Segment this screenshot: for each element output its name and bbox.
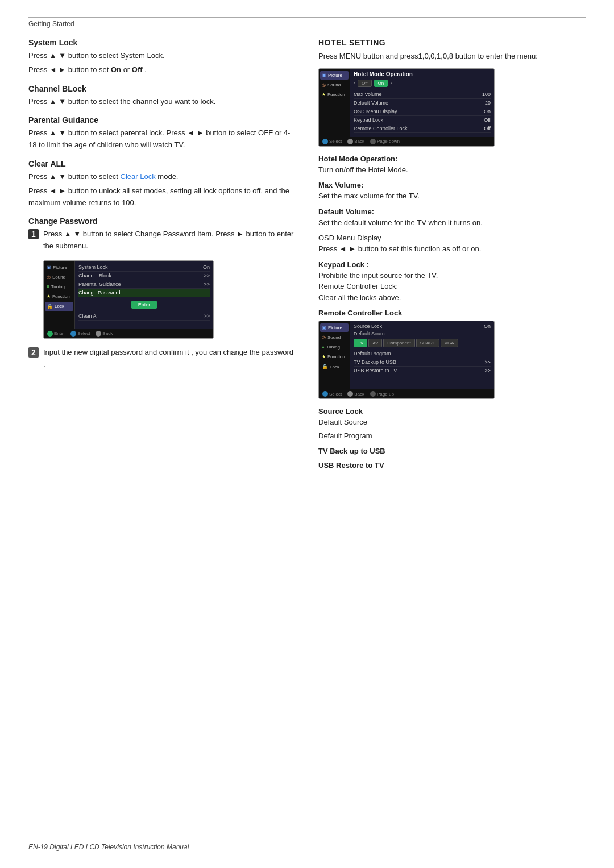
tv-hotel-chevron-left: ‹ <box>354 80 355 86</box>
tv-lock-footer: Enter Select Back <box>44 329 213 338</box>
tv-hotel-sidebar-sound: ◎ Sound <box>320 81 349 89</box>
tv-source-tab-scart[interactable]: SCART <box>416 339 439 347</box>
tv-sidebar-lock: 🔒 Lock <box>45 302 73 311</box>
tv-hotel-row-remote: Remote Controller Lock Off <box>354 124 491 133</box>
tv-source-tab-av[interactable]: AV <box>368 339 382 347</box>
tv-source-lock-label: Source Lock <box>354 323 382 329</box>
tv-source-sidebar-function: ★ Function <box>320 352 349 361</box>
tv-hotel-footer-back: Back <box>347 139 364 144</box>
tv-lock-row-changepass: Change Password <box>78 289 210 297</box>
tv-hotel-footer-select: Select <box>322 139 342 144</box>
osd-menu-display-desc: OSD Menu Display Press ◄ ► button to set… <box>318 234 586 255</box>
tv-lock-body: ▣ Picture ◎ Sound ≡ Tuning <box>44 261 213 329</box>
parental-guidance-body: Press ▲ ▼ button to select parental lock… <box>28 127 296 151</box>
tv-source-tab-tv[interactable]: TV <box>354 339 367 347</box>
tv-source-tab-vga[interactable]: VGA <box>441 339 458 347</box>
tv-source-body: ▣ Picture ◎ Sound ≡ Tuning ★ <box>319 321 494 389</box>
default-program-label: Default Program <box>318 430 586 442</box>
tv-sidebar-picture: ▣ Picture <box>45 263 73 272</box>
channel-block-title: Channel BLock <box>28 84 296 93</box>
tv-hotel-body: ▣ Picture ◎ Sound ★ Function Ho <box>319 69 494 137</box>
tv-sidebar-function: ★ Function <box>45 292 73 301</box>
tv-hotel-footer-pagedown: Page down <box>370 139 400 144</box>
tv-hotel-toggle-off[interactable]: Off <box>358 80 372 87</box>
tv-source-main: Source Lock On Default Source TV AV Comp… <box>350 321 494 389</box>
default-volume-desc: Default Volume: Set the default volume f… <box>318 207 586 229</box>
bottom-rule: EN-19 Digital LED LCD Television Instruc… <box>28 838 586 851</box>
parental-guidance-section: Parental Guidance Press ▲ ▼ button to se… <box>28 115 296 151</box>
source-lock-desc: Source Lock Default Source Default Progr… <box>318 407 586 470</box>
hotel-mode-op-body: Turn on/off the Hotel Mode. <box>318 164 586 176</box>
system-lock-section: System Lock Press ▲ ▼ button to select S… <box>28 38 296 76</box>
osd-body: Press ◄ ► button to set this function as… <box>318 243 586 255</box>
tv-source-screen: ▣ Picture ◎ Sound ≡ Tuning ★ <box>318 321 495 399</box>
tv-hotel-sidebar: ▣ Picture ◎ Sound ★ Function <box>319 69 350 137</box>
tv-lock-screen: ▣ Picture ◎ Sound ≡ Tuning <box>43 260 214 339</box>
tv-footer-back: Back <box>96 331 113 337</box>
tv-hotel-toggle-on[interactable]: On <box>374 80 388 87</box>
tv-source-lock-value: On <box>484 323 491 329</box>
clear-all-title: Clear ALL <box>28 159 296 168</box>
tv-source-row-backup: TV Backup to USB >> <box>354 358 491 367</box>
system-lock-line2: Press ◄ ► button to set On or Off . <box>28 64 296 76</box>
tv-lock-row-cleanall: Clean All>> <box>78 312 210 321</box>
change-password-section: Change Password 1 Press ▲ ▼ button to se… <box>28 217 296 372</box>
tv-lock-main: System LockOn Channel Block>> Parental G… <box>75 261 213 329</box>
tv-enter-button: Enter <box>131 301 157 309</box>
tv-hotel-row-maxvol: Max Volume 100 <box>354 90 491 99</box>
tv-hotel-toggle-row: ‹ Off On › <box>354 80 491 87</box>
tv-hotel-footer: Select Back Page down <box>319 137 494 146</box>
tv-source-sidebar-tuning: ≡ Tuning <box>320 343 349 351</box>
max-vol-body: Set the max volume for the TV. <box>318 190 586 202</box>
keypad-title: Keypad Lock : <box>318 260 586 269</box>
remote-controller-lock-section: Remote Controller Lock <box>318 309 586 317</box>
step1-number: 1 <box>28 229 39 239</box>
def-vol-title: Default Volume: <box>318 207 586 216</box>
right-column: HOTEL SETTING Press MENU button and pres… <box>318 38 586 821</box>
tv-source-sidebar-lock: 🔒 Lock <box>320 362 349 371</box>
top-rule <box>28 17 586 18</box>
parental-guidance-title: Parental Guidance <box>28 115 296 124</box>
def-vol-body: Set the default volume for the TV when i… <box>318 217 586 229</box>
keypad-body: Prohibite the input source for the TV.Re… <box>318 270 586 304</box>
tv-hotel-sidebar-function: ★ Function <box>320 90 349 99</box>
tv-backup-title: TV Back up to USB <box>318 447 586 455</box>
system-lock-title: System Lock <box>28 38 296 47</box>
back-icon <box>96 331 101 337</box>
clear-all-line2: Press ◄ ► button to unlock all set modes… <box>28 185 296 209</box>
page: Getting Started System Lock Press ▲ ▼ bu… <box>0 0 614 868</box>
osd-title: OSD Menu Display <box>318 234 586 242</box>
system-lock-press2: Press ◄ ► button to set On or Off . <box>28 65 147 74</box>
channel-block-section: Channel BLock Press ▲ ▼ button to select… <box>28 84 296 108</box>
source-back-icon <box>347 391 353 397</box>
system-lock-line1: Press ▲ ▼ button to select System Lock. <box>28 50 296 62</box>
tv-source-row-restore: USB Restore to TV >> <box>354 367 491 375</box>
tv-lock-row-channelblock: Channel Block>> <box>78 272 210 280</box>
step1-text: Press ▲ ▼ button to select Change Passwo… <box>43 229 296 252</box>
clear-all-line1: Press ▲ ▼ button to select Clear Lock mo… <box>28 171 296 183</box>
channel-block-body: Press ▲ ▼ button to select the channel y… <box>28 96 296 108</box>
max-vol-title: Max Volume: <box>318 181 586 189</box>
hotel-back-icon <box>347 139 353 144</box>
tv-lock-sidebar: ▣ Picture ◎ Sound ≡ Tuning <box>44 261 75 329</box>
tv-hotel-screen: ▣ Picture ◎ Sound ★ Function Ho <box>318 68 495 147</box>
footer-text: EN-19 Digital LED LCD Television Instruc… <box>28 843 586 851</box>
remote-lock-title: Remote Controller Lock <box>318 309 586 317</box>
usb-restore-title: USB Restore to TV <box>318 461 586 470</box>
system-lock-press1: Press ▲ ▼ button to select System Lock. <box>28 51 165 60</box>
max-volume-desc: Max Volume: Set the max volume for the T… <box>318 181 586 202</box>
hotel-mode-op-title: Hotel Mode Operation: <box>318 155 586 163</box>
tv-source-tab-component[interactable]: Component <box>383 339 414 347</box>
tv-hotel-sidebar-picture: ▣ Picture <box>320 71 349 80</box>
source-lock-body: Default Source <box>318 417 586 428</box>
tv-sidebar-tuning: ≡ Tuning <box>45 283 73 291</box>
tv-footer-select: Select <box>70 331 90 337</box>
tv-footer-enter: Enter <box>47 331 65 337</box>
hotel-setting-title: HOTEL SETTING <box>318 38 586 47</box>
tv-source-sidebar-sound: ◎ Sound <box>320 333 349 342</box>
header-label: Getting Started <box>28 20 586 28</box>
clear-lock-link[interactable]: Clear Lock <box>121 172 156 181</box>
tv-hotel-row-osd: OSD Menu Display On <box>354 107 491 116</box>
hotel-setting-intro: Press MENU button and press1,0,0,1,0,8 b… <box>318 51 586 63</box>
change-password-title: Change Password <box>28 217 296 226</box>
